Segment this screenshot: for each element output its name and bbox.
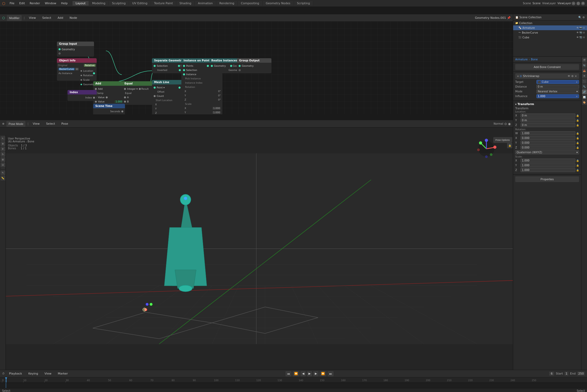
armature-sel-icon[interactable]: ⊙ [583, 26, 585, 29]
add-bone-constraint-button[interactable]: Add Bone Constraint [515, 64, 579, 70]
constraint-close-icon[interactable]: × [575, 75, 577, 78]
tool-select[interactable]: ↖ [1, 136, 5, 141]
close-button[interactable]: × [581, 2, 585, 5]
play-button[interactable]: ▶ [307, 371, 312, 376]
distance-value[interactable]: 0 m [536, 85, 579, 89]
properties-button[interactable]: Properties [515, 176, 579, 182]
modifier-button[interactable]: Modifier [7, 15, 21, 21]
node-group-output[interactable]: Group Output Geometry [237, 58, 271, 73]
bezier-vis-icon[interactable]: 👁 [576, 31, 579, 34]
scale-y-lock[interactable]: 🔒 [576, 164, 579, 167]
jump-end-button[interactable]: ⏭ [328, 371, 334, 376]
next-frame-button[interactable]: ▶ [313, 371, 319, 376]
viewport-lock-btn[interactable]: 🔒 [507, 143, 512, 148]
tool-measure[interactable]: 📏 [1, 176, 5, 181]
prop-tab-modifier[interactable]: 🔧 [582, 84, 587, 89]
scale-z-lock[interactable]: 🔒 [576, 169, 579, 172]
scale-x-value[interactable]: 1.000 [521, 159, 575, 163]
scale-z-value[interactable]: 1.000 [521, 168, 575, 172]
tab-texture-paint[interactable]: Texture Paint [151, 1, 176, 6]
viewport-select-menu[interactable]: Select [44, 121, 57, 126]
rot-y-lock[interactable]: 🔒 [576, 142, 579, 144]
node-index[interactable]: Index Index [68, 90, 97, 101]
node-canvas[interactable]: Group Input Geometry Object Info Origina… [0, 22, 513, 114]
tool-scale[interactable]: ⊞ [1, 157, 5, 162]
pin-icon[interactable]: 📌 [507, 16, 511, 20]
timeline-view-menu[interactable]: View [42, 371, 53, 376]
keying-menu[interactable]: Keying [26, 371, 40, 376]
loc-z-value[interactable]: 0 m [521, 123, 575, 127]
influence-clear-icon[interactable]: × [576, 95, 578, 98]
prop-tab-material[interactable]: 🎨 [582, 100, 587, 105]
rot-x-lock[interactable]: 🔒 [576, 137, 579, 139]
rot-y-value[interactable]: 0.000 [521, 141, 575, 145]
scale-y-value[interactable]: 1.000 [521, 163, 575, 167]
prop-tab-constraint[interactable]: 🔗 [582, 89, 587, 94]
bezier-sel-icon[interactable]: ⊙ [583, 31, 585, 34]
rot-mode-value[interactable]: Quaternion (WXYZ) ▾ [515, 150, 579, 154]
menu-help[interactable]: Help [59, 1, 70, 6]
tab-rendering[interactable]: Rendering [216, 1, 238, 6]
rot-w-value[interactable]: 1.000 [521, 131, 575, 135]
timeline-ruler[interactable]: 0 10 20 30 40 50 60 70 80 [0, 377, 587, 383]
tool-transform[interactable]: ⊡ [1, 163, 5, 167]
outliner-options-icon[interactable]: ⚙ [582, 16, 585, 19]
prop-tab-output[interactable]: 📤 [582, 68, 587, 73]
node-select-menu[interactable]: Select [40, 16, 53, 20]
rot-w-lock[interactable]: 🔒 [576, 132, 579, 135]
pose-options-button[interactable]: Pose Options [493, 137, 512, 143]
cube-vis-icon[interactable]: 👁 [576, 36, 579, 39]
node-view-menu[interactable]: View [27, 16, 38, 20]
loc-y-value[interactable]: 0 m [521, 118, 575, 122]
cube-render-icon[interactable]: 📷 [579, 36, 582, 39]
viewport-view-menu[interactable]: View [31, 121, 42, 126]
constraint-enable-icon[interactable]: 👁 [568, 75, 570, 78]
tab-modeling[interactable]: Modeling [89, 1, 109, 6]
tool-move[interactable]: ✛ [1, 147, 5, 151]
constraint-settings-icon[interactable]: ⚙ [571, 75, 574, 78]
next-keyframe-button[interactable]: ⏩ [320, 371, 326, 376]
prop-tab-scene[interactable]: 🎬 [582, 58, 587, 62]
scale-x-lock[interactable]: 🔒 [576, 159, 579, 162]
tab-geometry-nodes[interactable]: Geometry Nodes [263, 1, 294, 6]
tool-rotate[interactable]: ↻ [1, 152, 5, 157]
mode-value[interactable]: Nearest Vertex ▾ [536, 89, 579, 93]
node-equal[interactable]: Equal Integer ▾ Result Equal A B [122, 81, 154, 105]
timeline-content[interactable] [0, 383, 587, 388]
outliner-item-armature[interactable]: 🦴 Armature 👁 📷 ⊙ [513, 25, 587, 30]
tool-cursor[interactable]: ⊕ [1, 141, 5, 146]
prop-tab-object[interactable]: ⬛ [582, 79, 587, 84]
tab-compositing[interactable]: Compositing [238, 1, 263, 6]
tab-shading[interactable]: Shading [176, 1, 195, 6]
tab-sculpting[interactable]: Sculpting [109, 1, 129, 6]
tab-animation[interactable]: Animation [195, 1, 216, 6]
prop-tab-data[interactable]: 📊 [582, 95, 587, 100]
node-object-info[interactable]: Object Info Original Relative BezierCurv… [57, 58, 97, 81]
loc-x-lock[interactable]: 🔒 [576, 114, 579, 117]
loc-z-lock[interactable]: 🔒 [576, 124, 579, 127]
jump-start-button[interactable]: ⏮ [285, 371, 292, 376]
pose-mode-button[interactable]: Pose Mode [6, 121, 25, 127]
outliner-item-cube[interactable]: ⬛ Cube 👁 📷 ⊙ [513, 35, 587, 40]
menu-file[interactable]: File [7, 1, 16, 6]
bezier-render-icon[interactable]: 📷 [579, 31, 582, 34]
node-group-input[interactable]: Group Input Geometry [57, 42, 94, 57]
playback-menu[interactable]: Playback [7, 371, 24, 376]
marker-menu[interactable]: Marker [56, 371, 70, 376]
viewport-pose-menu[interactable]: Pose [59, 121, 70, 126]
rot-z-lock[interactable]: 🔒 [576, 146, 579, 149]
loc-y-lock[interactable]: 🔒 [576, 119, 579, 122]
tab-uv-editing[interactable]: UV Editing [129, 1, 151, 6]
prev-frame-button[interactable]: ◀ [301, 371, 306, 376]
viewport-shading-icon[interactable]: ◉ [508, 122, 511, 126]
minimize-button[interactable]: − [572, 2, 575, 5]
prop-tab-view[interactable]: 👁 [582, 74, 587, 78]
constraint-expand-icon[interactable]: ▾ [517, 75, 519, 78]
prev-keyframe-button[interactable]: ⏪ [293, 371, 299, 376]
viewport-overlay-icon[interactable]: ⊙ [504, 122, 507, 126]
viewport-canvas[interactable]: ↖ ⊕ ✛ ↻ ⊞ ⊡ ✎ 📏 User Perspective (6) Arm… [0, 128, 513, 370]
armature-vis-icon[interactable]: 👁 [576, 26, 579, 29]
loc-x-value[interactable]: 0 m [521, 114, 575, 118]
cube-sel-icon[interactable]: ⊙ [583, 36, 585, 39]
node-add-menu[interactable]: Add [55, 16, 65, 20]
